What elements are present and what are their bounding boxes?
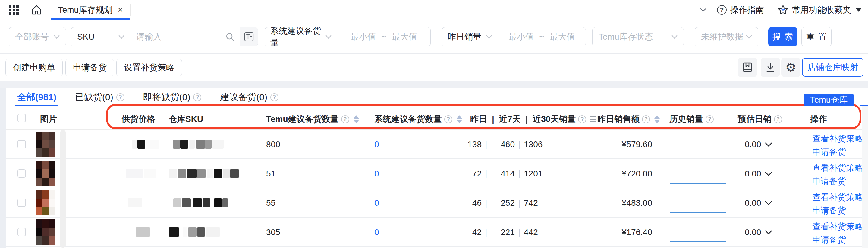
view-strategy-link[interactable]: 查看补货策略 [812, 161, 863, 175]
batch-input-icon[interactable] [240, 27, 258, 46]
system-suggest-qty-link[interactable]: 0 [374, 227, 379, 237]
help-icon[interactable] [341, 115, 349, 123]
select-all-checkbox[interactable] [18, 114, 26, 122]
guide-label: 操作指南 [730, 4, 764, 16]
keyword-input[interactable]: 请输入 [131, 31, 240, 43]
tab-suggest-stock[interactable]: 建议备货(0) [220, 88, 278, 106]
sort-icon[interactable] [457, 115, 462, 123]
view-strategy-link[interactable]: 查看补货策略 [812, 132, 863, 145]
chevron-down-icon [326, 34, 332, 40]
suggest-qty-range[interactable]: 最小值 ~ 最大值 [337, 31, 430, 43]
search-icon[interactable] [225, 32, 235, 41]
help-icon[interactable] [444, 115, 453, 123]
request-stock-link[interactable]: 申请备货 [812, 204, 863, 217]
yesterday-sales-range[interactable]: 最小值 ~ 最大值 [498, 31, 586, 43]
help-icon[interactable] [116, 93, 124, 101]
history-sparkline[interactable] [670, 154, 726, 155]
request-stock-button[interactable]: 申请备货 [65, 59, 114, 76]
header-est-daily: 预估日销 [738, 113, 782, 125]
product-image[interactable] [36, 219, 55, 245]
reset-button[interactable]: 重置 [801, 27, 832, 47]
row-actions: 查看补货策略 申请备货 [812, 132, 863, 159]
help-icon[interactable] [578, 115, 586, 123]
history-sparkline[interactable] [670, 212, 726, 213]
est-daily-dropdown[interactable]: 0.00 [745, 198, 772, 208]
request-stock-link[interactable]: 申请备货 [812, 145, 863, 159]
warehouse-badge[interactable]: Temu仓库 [804, 93, 854, 106]
request-stock-link[interactable]: 申请备货 [812, 233, 863, 247]
product-image[interactable] [36, 161, 55, 186]
frozen-pane-scrollbar[interactable] [60, 130, 66, 248]
tab-close-icon[interactable]: ✕ [117, 6, 123, 14]
product-image[interactable] [36, 132, 55, 157]
table-body: 800 0 138 | 460 | 1306 ¥579.60 0.00 查看补货… [6, 130, 868, 248]
separator: | [515, 169, 524, 178]
settings-gear-icon[interactable]: ⚙ [781, 58, 801, 77]
est-daily-dropdown[interactable]: 0.00 [745, 140, 772, 149]
tab-temu-inventory[interactable]: Temu库存规划 ✕ [51, 0, 130, 20]
masked-block [173, 198, 181, 207]
guide-button[interactable]: ? 操作指南 [717, 4, 764, 16]
row-checkbox[interactable] [18, 228, 26, 236]
masked-block [144, 169, 156, 178]
save-view-icon[interactable] [738, 58, 757, 77]
home-icon[interactable] [31, 4, 42, 16]
system-suggest-qty-link[interactable]: 0 [374, 140, 379, 149]
min-placeholder: 最小值 [508, 31, 534, 43]
header-sales[interactable]: 昨日| 近7天| 近30天销量 [470, 113, 596, 125]
temu-suggest-qty-value: 800 [266, 140, 280, 149]
header-temu-qty[interactable]: Temu建议备货数量 [266, 113, 359, 125]
system-suggest-qty-link[interactable]: 0 [374, 169, 379, 178]
product-image[interactable] [36, 190, 55, 215]
sales-30d-value: 1306 [524, 140, 542, 149]
list-settings-icon[interactable] [590, 116, 596, 122]
history-sparkline[interactable] [670, 183, 726, 184]
create-po-button[interactable]: 创建申购单 [5, 59, 63, 76]
est-daily-dropdown[interactable]: 0.00 [745, 169, 772, 178]
est-daily-dropdown[interactable]: 0.00 [745, 227, 772, 237]
set-strategy-button[interactable]: 设置补货策略 [116, 59, 182, 76]
stock-status-select[interactable]: Temu库存状态 [592, 27, 684, 47]
range-tilde: ~ [539, 32, 544, 42]
sales-30d-value: 442 [524, 227, 538, 237]
sales-values: 72 | 414 | 1201 [452, 169, 542, 178]
masked-block [180, 140, 188, 149]
row-checkbox[interactable] [18, 169, 26, 178]
unmaintained-select[interactable]: 未维护数据 [695, 27, 758, 47]
vertical-scrollbar[interactable] [862, 106, 868, 248]
account-select[interactable]: 全部账号 [9, 27, 66, 47]
masked-block [169, 169, 177, 178]
row-checkbox[interactable] [18, 198, 26, 207]
view-strategy-link[interactable]: 查看补货策略 [812, 220, 863, 233]
sort-icon[interactable] [353, 115, 359, 123]
sku-field-select[interactable]: SKU [71, 32, 130, 42]
chevron-down-icon[interactable] [700, 7, 706, 13]
row-actions: 查看补货策略 申请备货 [812, 191, 863, 217]
row-checkbox[interactable] [18, 140, 26, 148]
favorites-menu[interactable]: 常用功能收藏夹 [778, 4, 861, 16]
store-warehouse-mapping-button[interactable]: 店铺仓库映射 [802, 58, 864, 77]
yesterday-sales-select[interactable]: 昨日销量 [442, 31, 498, 43]
request-stock-link[interactable]: 申请备货 [812, 175, 863, 188]
tab-all[interactable]: 全部(981) [17, 88, 56, 106]
system-suggest-qty-link[interactable]: 0 [374, 198, 379, 208]
tab-out-of-stock[interactable]: 已缺货(0) [75, 88, 124, 106]
help-icon[interactable] [193, 93, 201, 101]
tab-soon-out-of-stock[interactable]: 即将缺货(0) [143, 88, 202, 106]
sort-icon[interactable] [654, 115, 660, 123]
help-icon[interactable] [270, 93, 278, 101]
account-placeholder: 全部账号 [15, 31, 49, 43]
help-icon[interactable] [774, 115, 782, 123]
masked-block [230, 169, 239, 178]
apps-grid-icon[interactable] [9, 5, 19, 15]
search-button[interactable]: 搜索 [768, 27, 797, 47]
help-icon[interactable] [642, 115, 650, 123]
download-icon[interactable] [761, 58, 780, 77]
caret-down-icon [856, 8, 861, 12]
help-icon[interactable] [706, 115, 714, 123]
view-strategy-link[interactable]: 查看补货策略 [812, 191, 863, 204]
header-system-qty[interactable]: 系统建议备货数量 [374, 113, 462, 125]
history-sparkline[interactable] [670, 241, 726, 242]
header-amount[interactable]: 昨日销售额 [597, 113, 660, 125]
suggest-qty-select[interactable]: 系统建议备货量 [265, 25, 337, 48]
